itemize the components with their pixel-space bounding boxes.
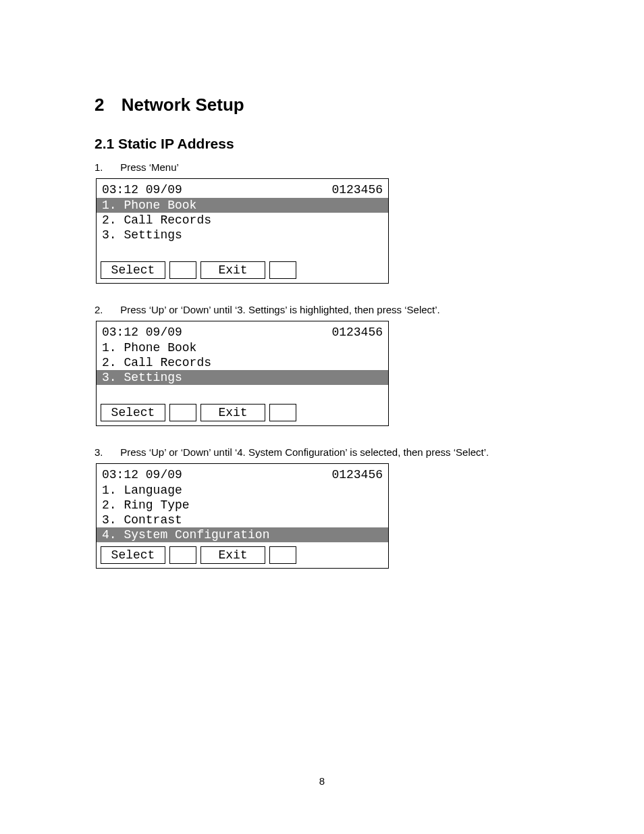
screen-menu: 1. Language 2. Ring Type 3. Contrast 4. …: [97, 483, 388, 542]
section-heading: 2.1 Static IP Address: [95, 136, 549, 152]
menu-item: 1. Phone Book: [97, 340, 388, 355]
menu-item: 2. Call Records: [97, 213, 388, 228]
softkey-exit: Exit: [200, 261, 265, 279]
menu-item: 2. Ring Type: [97, 498, 388, 513]
screen-time: 03:12 09/09: [102, 468, 182, 481]
step: 2. Press ‘Up’ or ‘Down’ until ‘3. Settin…: [95, 304, 549, 315]
menu-item: 3. Contrast: [97, 513, 388, 527]
softkey-blank: [269, 404, 296, 421]
step-text: Press ‘Menu’: [120, 161, 179, 173]
softkey-blank: [269, 261, 296, 279]
phone-screen: 03:12 09/09 0123456 1. Phone Book 2. Cal…: [96, 321, 389, 426]
page: 2 Network Setup 2.1 Static IP Address 1.…: [0, 0, 644, 834]
screen-header: 03:12 09/09 0123456: [97, 179, 388, 198]
spacer: [97, 242, 388, 261]
section-title: Static IP Address: [118, 136, 234, 151]
chapter-title: Network Setup: [122, 95, 244, 115]
step-number: 1.: [95, 161, 117, 173]
menu-item: 3. Settings: [97, 228, 388, 242]
menu-item: 2. Call Records: [97, 355, 388, 370]
softkey-blank: [269, 546, 296, 564]
step-text: Press ‘Up’ or ‘Down’ until ‘4. System Co…: [120, 446, 489, 458]
phone-screen: 03:12 09/09 0123456 1. Phone Book 2. Cal…: [96, 178, 389, 284]
softkey-select: Select: [101, 404, 165, 421]
step-text: Press ‘Up’ or ‘Down’ until ‘3. Settings’…: [120, 304, 440, 315]
menu-item: 3. Settings: [97, 370, 388, 385]
step: 1. Press ‘Menu’: [95, 161, 549, 173]
screen-number: 0123456: [331, 325, 383, 339]
step: 3. Press ‘Up’ or ‘Down’ until ‘4. System…: [95, 446, 549, 458]
softkeys: Select Exit: [97, 542, 388, 568]
section-number: 2.1: [95, 136, 114, 151]
softkey-exit: Exit: [200, 404, 265, 421]
screen-number: 0123456: [331, 183, 383, 197]
screen-header: 03:12 09/09 0123456: [97, 321, 388, 340]
screen-number: 0123456: [331, 468, 383, 481]
page-number: 8: [0, 775, 644, 787]
phone-screen: 03:12 09/09 0123456 1. Language 2. Ring …: [96, 463, 389, 569]
softkeys: Select Exit: [97, 404, 388, 425]
screen-menu: 1. Phone Book 2. Call Records 3. Setting…: [97, 198, 388, 242]
spacer: [97, 385, 388, 404]
screen-time: 03:12 09/09: [102, 183, 182, 197]
screen-time: 03:12 09/09: [102, 325, 182, 339]
softkey-blank: [169, 546, 196, 564]
chapter-heading: 2 Network Setup: [95, 95, 549, 115]
menu-item: 1. Language: [97, 483, 388, 498]
screen-menu: 1. Phone Book 2. Call Records 3. Setting…: [97, 340, 388, 385]
step-number: 3.: [95, 446, 117, 458]
menu-item: 4. System Configuration: [97, 527, 388, 542]
softkeys: Select Exit: [97, 261, 388, 283]
menu-item: 1. Phone Book: [97, 198, 388, 213]
step-number: 2.: [95, 304, 117, 315]
chapter-number: 2: [95, 95, 104, 115]
screen-header: 03:12 09/09 0123456: [97, 464, 388, 483]
softkey-blank: [169, 261, 196, 279]
softkey-select: Select: [101, 261, 165, 279]
softkey-exit: Exit: [200, 546, 265, 564]
softkey-select: Select: [101, 546, 165, 564]
softkey-blank: [169, 404, 196, 421]
